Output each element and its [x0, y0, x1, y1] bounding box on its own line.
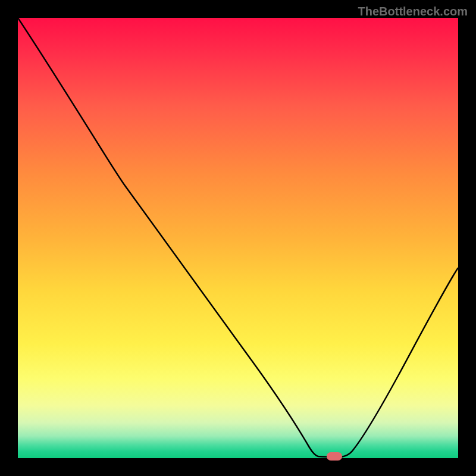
optimal-marker [327, 452, 342, 461]
watermark-text: TheBottleneck.com [358, 5, 468, 18]
bottleneck-curve [18, 18, 458, 458]
